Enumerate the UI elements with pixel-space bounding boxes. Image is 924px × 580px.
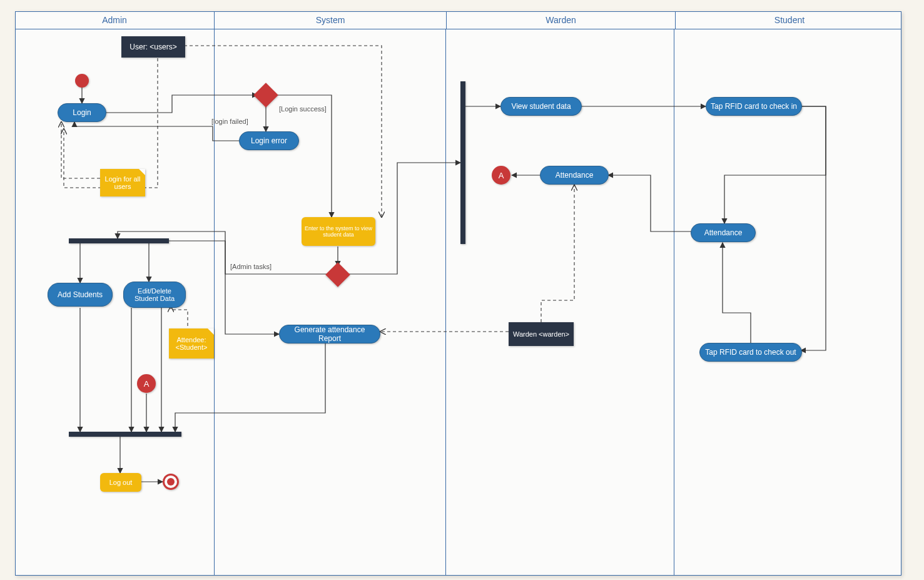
- activity-generate-report: Generate attendance Report: [279, 325, 380, 343]
- final-node: [163, 474, 179, 490]
- connector-a-admin: A: [137, 374, 156, 393]
- note-attendee: Attendee: <Student>: [169, 328, 214, 359]
- connector-a-warden: A: [492, 166, 510, 185]
- activity-login-error: Login error: [239, 131, 299, 150]
- object-warden: Warden <warden>: [509, 322, 574, 346]
- lane-header-system: System: [215, 11, 447, 29]
- lane-divider-3: [674, 29, 674, 576]
- lane-divider-1: [214, 29, 215, 576]
- guard-admin-tasks: [Admin tasks]: [230, 263, 272, 270]
- lane-headers: Admin System Warden Student: [15, 11, 901, 29]
- lane-header-student: Student: [676, 11, 903, 29]
- activity-tap-rfid-checkin: Tap RFID card to check in: [706, 97, 802, 116]
- activity-edit-students: Edit/Delete Student Data: [123, 282, 186, 308]
- object-user: User: <users>: [121, 36, 185, 58]
- activity-attendance-warden: Attendance: [540, 166, 609, 185]
- guard-login-failed: [login failed]: [211, 118, 248, 125]
- activity-add-students: Add Students: [48, 283, 113, 307]
- note-login-all-users: Login for all users: [100, 169, 145, 196]
- guard-login-success: [Login success]: [279, 105, 327, 113]
- activity-enter-system: Enter to the system to view student data: [302, 217, 375, 246]
- fork-bar: [69, 238, 169, 243]
- initial-node: [75, 74, 89, 88]
- fork-bar-vertical: [460, 81, 465, 244]
- activity-attendance-student: Attendance: [691, 223, 756, 242]
- activity-view-student-data: View student data: [500, 97, 582, 116]
- lane-header-admin: Admin: [15, 11, 215, 29]
- activity-logout: Log out: [100, 473, 141, 492]
- lane-divider-2: [445, 29, 446, 576]
- activity-login: Login: [58, 103, 106, 122]
- lane-header-warden: Warden: [447, 11, 676, 29]
- join-bar: [69, 432, 181, 437]
- activity-tap-rfid-checkout: Tap RFID card to check out: [699, 343, 802, 362]
